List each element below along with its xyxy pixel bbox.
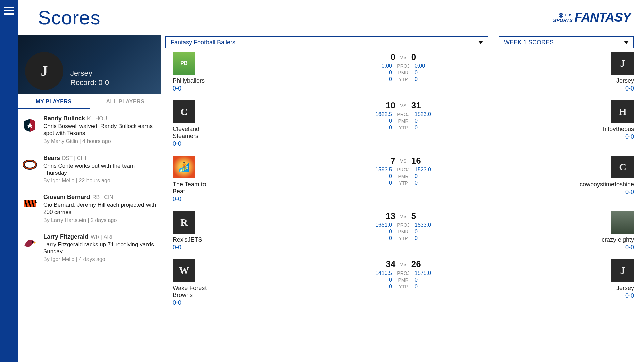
team-record: 0-0 (625, 85, 634, 92)
vs-label: VS (400, 158, 407, 164)
team-avatar[interactable]: C (611, 156, 634, 178)
proj-left: 1593.5 (372, 167, 392, 173)
pmr-left: 0 (372, 229, 392, 235)
player-name: Giovani Bernard (43, 194, 90, 200)
brand-logo: CBS SPORTS FANTASY (553, 10, 631, 25)
team-avatar[interactable]: J (611, 52, 634, 75)
news-item[interactable]: Randy BullockK | HOUChris Boswell waived… (18, 109, 161, 148)
team-record: 0-0 (625, 292, 634, 299)
news-body: Randy BullockK | HOUChris Boswell waived… (43, 115, 157, 144)
team-record: 0-0 (173, 140, 220, 147)
team-name: crazy eighty (602, 236, 634, 243)
matchup-mid: 0VS00.00PROJ0.000PMR00YTP0 (220, 52, 587, 82)
ytp-label: YTP (397, 125, 410, 130)
player-name: Larry Fitzgerald (43, 233, 89, 240)
news-item[interactable]: Larry FitzgeraldWR | ARILarry Fitzgerald… (18, 227, 161, 267)
vs-label: VS (400, 103, 407, 108)
team-avatar[interactable]: R (173, 211, 195, 234)
chevron-down-icon (478, 41, 483, 44)
team-avatar[interactable]: 🏄 (173, 156, 195, 178)
pmr-left: 0 (372, 277, 392, 283)
pmr-left: 0 (372, 173, 392, 179)
matchup-left: WWake Forest Browns0-0 (173, 259, 220, 306)
team-avatar[interactable]: H (611, 100, 634, 123)
player-tabs: MY PLAYERS ALL PLAYERS (18, 94, 161, 109)
chevron-down-icon (624, 41, 629, 44)
hero-team-record: Record: 0-0 (70, 78, 109, 87)
week-dropdown-label: WEEK 1 SCORES (504, 39, 554, 46)
tab-all-players[interactable]: ALL PLAYERS (90, 94, 161, 109)
matchup-mid: 34VS261410.5PROJ1575.00PMR00YTP0 (220, 259, 587, 290)
team-avatar[interactable]: W (173, 259, 195, 282)
week-dropdown[interactable]: WEEK 1 SCORES (499, 36, 634, 48)
byline: By Marty Gitlin | 4 hours ago (43, 138, 157, 144)
cbs-eye-icon (558, 13, 564, 18)
hero-avatar[interactable]: J (25, 52, 63, 90)
news-body: Giovani BernardRB | CINGio Bernard, Jere… (43, 194, 157, 223)
player-pos: RB | CIN (92, 194, 113, 200)
proj-label: PROJ (397, 167, 410, 172)
news-item[interactable]: BearsDST | CHIChris Conte works out with… (18, 148, 161, 188)
team-logo-icon (22, 118, 37, 132)
ytp-left: 0 (372, 180, 392, 186)
byline: By Igor Mello | 22 hours ago (43, 178, 157, 184)
ytp-right: 0 (415, 125, 435, 131)
ytp-right: 0 (415, 76, 435, 82)
brand-cbs: CBS (565, 13, 572, 17)
matchup-mid: 10VS311622.5PROJ1523.00PMR00YTP0 (220, 100, 587, 131)
team-record: 0-0 (173, 85, 220, 92)
team-name: hitbythebus (603, 126, 634, 133)
pmr-label: PMR (397, 277, 410, 283)
team-record: 0-0 (173, 196, 220, 203)
team-record: 0-0 (173, 244, 220, 251)
tab-my-players[interactable]: MY PLAYERS (18, 94, 90, 109)
team-logo-icon (22, 236, 37, 251)
news-body: Larry FitzgeraldWR | ARILarry Fitzgerald… (43, 233, 157, 263)
proj-label: PROJ (397, 222, 410, 228)
headline: Chris Boswell waived; Randy Bullock earn… (43, 123, 157, 137)
vs-label: VS (400, 214, 407, 219)
ytp-left: 0 (372, 125, 392, 131)
team-avatar[interactable]: PB (173, 52, 195, 75)
dropdowns-row: Fantasy Football Ballers WEEK 1 SCORES (165, 36, 634, 48)
matchup-row[interactable]: RRex'sJETS0-013VS51651.0PROJ1533.00PMR00… (173, 211, 634, 251)
score-right: 16 (411, 156, 429, 166)
pmr-right: 0 (415, 229, 435, 235)
news-item[interactable]: Giovani BernardRB | CINGio Bernard, Jere… (18, 188, 161, 227)
matchup-row[interactable]: PBPhillyballers0-00VS00.00PROJ0.000PMR00… (173, 52, 634, 92)
sidebar (0, 0, 18, 362)
byline: By Igor Mello | 4 days ago (43, 256, 157, 262)
player-pos: WR | ARI (91, 234, 113, 240)
team-avatar[interactable] (611, 211, 634, 234)
proj-label: PROJ (397, 63, 410, 69)
ytp-left: 0 (372, 235, 392, 241)
team-avatar[interactable]: C (173, 100, 195, 123)
matchup-row[interactable]: WWake Forest Browns0-034VS261410.5PROJ15… (173, 259, 634, 306)
league-dropdown[interactable]: Fantasy Football Ballers (165, 36, 488, 48)
byline: By Larry Hartstein | 2 days ago (43, 217, 157, 223)
pmr-label: PMR (397, 118, 410, 124)
pmr-label: PMR (397, 174, 410, 179)
headline: Gio Bernard, Jeremy Hill each projected … (43, 201, 157, 216)
hamburger-icon[interactable] (4, 7, 14, 15)
headline: Larry Fitzgerald racks up 71 receiving y… (43, 241, 157, 255)
ytp-label: YTP (397, 77, 410, 82)
proj-left: 1410.5 (372, 270, 392, 276)
player-name: Randy Bullock (43, 115, 85, 122)
proj-right: 0.00 (415, 63, 435, 69)
player-name: Bears (43, 155, 60, 161)
ytp-label: YTP (397, 180, 410, 186)
score-left: 0 (378, 52, 395, 62)
matchup-row[interactable]: CCleveland Steamers0-010VS311622.5PROJ15… (173, 100, 634, 147)
team-name: Wake Forest Browns (173, 285, 220, 299)
proj-left: 1622.5 (372, 111, 392, 117)
matchup-row[interactable]: 🏄The Team to Beat0-07VS161593.5PROJ1523.… (173, 156, 634, 203)
proj-right: 1575.0 (415, 270, 435, 276)
news-list: Randy BullockK | HOUChris Boswell waived… (18, 109, 161, 362)
matchup-left: RRex'sJETS0-0 (173, 211, 220, 251)
matchup-list: PBPhillyballers0-00VS00.00PROJ0.000PMR00… (173, 52, 634, 362)
team-avatar[interactable]: J (611, 259, 634, 282)
ytp-left: 0 (372, 284, 392, 290)
proj-right: 1523.0 (415, 167, 435, 173)
score-left: 10 (378, 100, 395, 111)
